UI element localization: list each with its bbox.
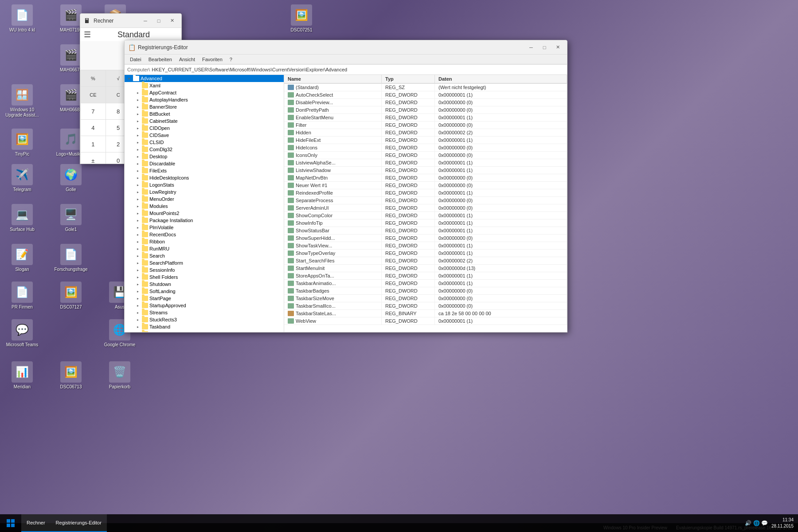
values-row[interactable]: DisablePreview... REG_DWORD 0x00000000 (…	[284, 99, 567, 106]
values-row[interactable]: Filter REG_DWORD 0x00000000 (0)	[284, 121, 567, 129]
tree-item[interactable]: ▸ Package Installation	[125, 217, 284, 224]
tree-item[interactable]: ▾ Advanced	[125, 75, 284, 82]
desktop-icon-dsc07127[interactable]: 🖼️ DSC07127	[53, 282, 89, 310]
tree-item[interactable]: ▸ CIDOpen	[125, 125, 284, 132]
values-row[interactable]: WebView REG_DWORD 0x00000001 (1)	[284, 317, 567, 325]
calc-percent[interactable]: %	[81, 70, 106, 86]
calc-sign[interactable]: ±	[81, 153, 106, 164]
values-row[interactable]: DontPrettyPath REG_DWORD 0x00000000 (0)	[284, 106, 567, 114]
tree-item[interactable]: ▸ RunMRU	[125, 245, 284, 252]
tree-item[interactable]: ▸ CabinetState	[125, 117, 284, 125]
tree-item[interactable]: Xaml	[125, 82, 284, 89]
tree-item[interactable]: ▸ MountPoints2	[125, 210, 284, 217]
tree-item[interactable]: ▸ FileExts	[125, 167, 284, 174]
values-row[interactable]: Start_SearchFiles REG_DWORD 0x00000002 (…	[284, 257, 567, 265]
regedit-tree-panel[interactable]: ▾ Advanced Xaml ▸ AppContract ▸ Autoplay…	[125, 75, 284, 332]
values-row[interactable]: TaskbarStateLas... REG_BINARY ca 18 2e 5…	[284, 310, 567, 317]
desktop-icon-forschungsfrage[interactable]: 📄 Forschungsfrage	[53, 244, 89, 272]
regedit-menu-ansicht[interactable]: Ansicht	[176, 56, 199, 63]
values-row[interactable]: StoreAppsOnTa... REG_DWORD 0x00000001 (1…	[284, 272, 567, 280]
values-row[interactable]: TaskbarSmallIco... REG_DWORD 0x00000000 …	[284, 302, 567, 310]
values-row[interactable]: ShowTypeOverlay REG_DWORD 0x00000001 (1)	[284, 250, 567, 257]
values-row[interactable]: IconsOnly REG_DWORD 0x00000000 (0)	[284, 152, 567, 159]
desktop-icon-dsc06713[interactable]: 🖼️ DSC06713	[53, 361, 89, 390]
regedit-menu-help[interactable]: ?	[226, 56, 236, 63]
values-row[interactable]: StartMenuInit REG_DWORD 0x0000000d (13)	[284, 265, 567, 272]
values-row[interactable]: ListviewAlphaSe... REG_DWORD 0x00000001 …	[284, 159, 567, 167]
values-row[interactable]: (Standard) REG_SZ (Wert nicht festgelegt…	[284, 84, 567, 91]
values-row[interactable]: ListviewShadow REG_DWORD 0x00000001 (1)	[284, 167, 567, 174]
tree-item[interactable]: ▸ PlmVolatile	[125, 224, 284, 231]
desktop-icon-wu-intro[interactable]: 📄 WU Intro 4 kl	[4, 4, 40, 33]
values-row[interactable]: TaskbarAnimatio... REG_DWORD 0x00000001 …	[284, 280, 567, 287]
regedit-close[interactable]: ✕	[552, 43, 563, 52]
tree-item[interactable]: ▸ ComDlg32	[125, 146, 284, 153]
values-row[interactable]: ShowInfoTip REG_DWORD 0x00000001 (1)	[284, 219, 567, 227]
regedit-minimize[interactable]: ─	[525, 43, 537, 52]
desktop-icon-golle[interactable]: 🌍 Golle	[53, 164, 89, 192]
tree-item[interactable]: ▸ Search	[125, 252, 284, 259]
tree-item[interactable]: ▸ SessionInfo	[125, 266, 284, 274]
desktop-icon-ms-teams[interactable]: 💬 Microsoft Teams	[4, 319, 40, 348]
start-button[interactable]	[0, 514, 21, 532]
taskbar-item[interactable]: Registrierungs-Editor	[51, 514, 107, 532]
calc-maximize-back[interactable]: □	[153, 16, 164, 25]
calc-7[interactable]: 7	[81, 103, 106, 119]
tree-item[interactable]: ▸ MenuOrder	[125, 196, 284, 203]
tree-item[interactable]: ▸ StartPage	[125, 295, 284, 302]
desktop-icon-gole1[interactable]: 🖥️ Gole1	[53, 204, 89, 232]
values-row[interactable]: ShowCompColor REG_DWORD 0x00000001 (1)	[284, 212, 567, 219]
regedit-maximize[interactable]: □	[539, 43, 550, 52]
regedit-menu-bearbeiten[interactable]: Bearbeiten	[145, 56, 176, 63]
tree-item[interactable]: ▸ TWinUI	[125, 330, 284, 332]
calc-close-back[interactable]: ✕	[166, 16, 178, 25]
tree-item[interactable]: ▸ Taskband	[125, 323, 284, 330]
desktop-icon-dsc07251[interactable]: 🖼️ DSC07251	[284, 4, 319, 33]
values-row[interactable]: SeparateProcess REG_DWORD 0x00000000 (0)	[284, 197, 567, 204]
calc-1[interactable]: 1	[81, 136, 106, 152]
values-row[interactable]: TaskbarSizeMove REG_DWORD 0x00000000 (0)	[284, 295, 567, 302]
tree-item[interactable]: ▸ BannerStore	[125, 103, 284, 110]
tree-item[interactable]: ▸ Shutdown	[125, 281, 284, 288]
tree-item[interactable]: ▸ CLSID	[125, 139, 284, 146]
values-row[interactable]: Neuer Wert #1 REG_DWORD 0x00000000 (0)	[284, 182, 567, 189]
desktop-icon-surface-hub[interactable]: 💻 Surface Hub	[4, 204, 40, 232]
desktop-icon-meridian[interactable]: 📊 Meridian	[4, 361, 40, 390]
desktop-icon-papierkorb[interactable]: 🗑️ Papierkorb	[102, 361, 137, 390]
regedit-address-bar[interactable]: Computer\ HKEY_CURRENT_USER\Software\Mic…	[125, 64, 567, 75]
values-row[interactable]: TaskbarBadges REG_DWORD 0x00000000 (0)	[284, 287, 567, 295]
values-row[interactable]: EnableStartMenu REG_DWORD 0x00000001 (1)	[284, 114, 567, 121]
values-row[interactable]: ShowStatusBar REG_DWORD 0x00000001 (1)	[284, 227, 567, 235]
tree-item[interactable]: ▸ LogonStats	[125, 181, 284, 188]
tree-item[interactable]: ▸ Modules	[125, 203, 284, 210]
regedit-titlebar[interactable]: 📋 Registrierungs-Editor ─ □ ✕	[125, 40, 567, 55]
regedit-menu-favoriten[interactable]: Favoriten	[199, 56, 226, 63]
desktop-icon-slogan[interactable]: 📝 Slogan	[4, 244, 40, 272]
desktop-icon-tinypic[interactable]: 🖼️ TinyPic	[4, 129, 40, 157]
values-row[interactable]: ServerAdminUI REG_DWORD 0x00000000 (0)	[284, 204, 567, 212]
tree-item[interactable]: ▸ AutoplayHandlers	[125, 96, 284, 103]
tree-item[interactable]: ▸ Ribbon	[125, 238, 284, 245]
values-row[interactable]: ReindexedProfile REG_DWORD 0x00000001 (1…	[284, 189, 567, 197]
values-row[interactable]: Hidden REG_DWORD 0x00000002 (2)	[284, 129, 567, 137]
values-row[interactable]: ShowSuperHidd... REG_DWORD 0x00000000 (0…	[284, 235, 567, 242]
values-row[interactable]: AutoCheckSelect REG_DWORD 0x00000001 (1)	[284, 91, 567, 99]
tree-item[interactable]: ▸ AppContract	[125, 89, 284, 96]
tree-item[interactable]: ▸ CIDSave	[125, 132, 284, 139]
tree-item[interactable]: ▸ StuckRects3	[125, 316, 284, 323]
tree-item[interactable]: ▸ SearchPlatform	[125, 259, 284, 266]
tree-item[interactable]: ▸ BitBucket	[125, 110, 284, 117]
regedit-menu-datei[interactable]: Datei	[126, 56, 145, 63]
tree-item[interactable]: ▸ HideDesktopIcons	[125, 174, 284, 181]
tree-item[interactable]: ▸ Streams	[125, 309, 284, 316]
calc-4[interactable]: 4	[81, 120, 106, 136]
desktop-icon-pr-firmen[interactable]: 📄 PR Firmen	[4, 282, 40, 310]
values-row[interactable]: HideFileExt REG_DWORD 0x00000001 (1)	[284, 137, 567, 144]
tree-item[interactable]: ▸ Discardable	[125, 160, 284, 167]
calc-ce[interactable]: CE	[81, 87, 106, 103]
desktop-icon-telegram[interactable]: ✈️ Telegram	[4, 164, 40, 192]
values-row[interactable]: HideIcons REG_DWORD 0x00000000 (0)	[284, 144, 567, 152]
tree-item[interactable]: ▸ RecentDocs	[125, 231, 284, 238]
taskbar-item[interactable]: Rechner	[21, 514, 51, 532]
calc-titlebar-back[interactable]: 🖩 Rechner ─ □ ✕	[80, 14, 181, 28]
